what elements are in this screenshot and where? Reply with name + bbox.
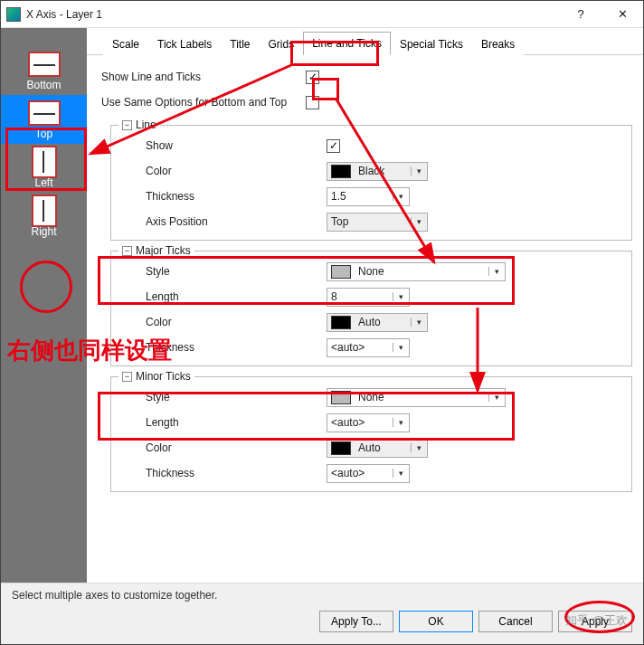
line-color-combo[interactable]: Black▾ xyxy=(327,162,428,181)
chevron-down-icon: ▾ xyxy=(411,166,427,175)
chevron-down-icon: ▾ xyxy=(488,393,505,402)
main-pane: Scale Tick Labels Title Grids Line and T… xyxy=(87,28,643,583)
style-swatch-icon xyxy=(331,391,351,404)
tab-special-ticks[interactable]: Special Ticks xyxy=(391,33,472,55)
titlebar: X Axis - Layer 1 ? ✕ xyxy=(1,1,643,28)
major-length-label: Length xyxy=(118,290,327,303)
minor-thickness-label: Thickness xyxy=(118,467,327,479)
line-color-label: Color xyxy=(118,165,327,177)
group-line: − Line Show Color Black▾ Thickness 1.5▾ … xyxy=(110,119,632,241)
tab-title[interactable]: Title xyxy=(221,33,259,55)
tab-grids[interactable]: Grids xyxy=(260,33,304,55)
group-major-legend[interactable]: − Major Ticks xyxy=(118,244,194,257)
tab-scale[interactable]: Scale xyxy=(103,33,148,55)
close-button[interactable]: ✕ xyxy=(601,1,643,28)
chevron-down-icon: ▾ xyxy=(393,292,409,301)
color-swatch-icon xyxy=(331,165,351,178)
chevron-down-icon: ▾ xyxy=(411,217,427,226)
collapse-icon[interactable]: − xyxy=(122,246,132,256)
group-minor-ticks: − Minor Ticks Style None▾ Length <auto>▾… xyxy=(110,370,632,492)
axis-item-label: Right xyxy=(31,225,56,238)
major-thickness-label: Thickness xyxy=(118,341,327,354)
group-major-ticks: − Major Ticks Style None▾ Length 8▾ Colo… xyxy=(110,244,632,366)
color-swatch-icon xyxy=(331,441,351,455)
major-thickness-combo[interactable]: <auto>▾ xyxy=(327,338,410,357)
cancel-button[interactable]: Cancel xyxy=(478,611,553,632)
apply-button[interactable]: Apply xyxy=(558,611,632,632)
color-swatch-icon xyxy=(331,316,351,329)
use-same-label: Use Same Options for Bottom and Top xyxy=(98,96,306,109)
chevron-down-icon: ▾ xyxy=(411,318,427,327)
minor-color-label: Color xyxy=(118,441,327,454)
axis-item-label: Bottom xyxy=(26,79,61,91)
use-same-checkbox[interactable] xyxy=(306,96,319,109)
major-color-combo[interactable]: Auto▾ xyxy=(327,313,428,332)
minor-thickness-combo[interactable]: <auto>▾ xyxy=(327,464,410,483)
axis-item-label: Top xyxy=(35,128,52,140)
dialog-window: X Axis - Layer 1 ? ✕ Bottom Top Left Rig… xyxy=(0,0,644,645)
tab-bar: Scale Tick Labels Title Grids Line and T… xyxy=(87,28,643,55)
axis-item-left[interactable]: Left xyxy=(1,144,87,193)
axis-icon xyxy=(32,194,57,227)
chevron-down-icon: ▾ xyxy=(393,343,409,352)
tab-line-and-ticks[interactable]: Line and Ticks xyxy=(303,32,391,55)
client-area: Bottom Top Left Right Scale Tick Labels … xyxy=(1,28,643,583)
apply-to-button[interactable]: Apply To... xyxy=(319,611,393,632)
footer-hint: Select multiple axes to customize togeth… xyxy=(12,589,632,602)
axis-icon xyxy=(28,100,61,126)
major-style-combo[interactable]: None▾ xyxy=(327,262,506,281)
minor-length-label: Length xyxy=(118,416,327,429)
collapse-icon[interactable]: − xyxy=(122,372,132,382)
ok-button[interactable]: OK xyxy=(399,611,473,632)
tab-tick-labels[interactable]: Tick Labels xyxy=(148,33,221,55)
chevron-down-icon: ▾ xyxy=(411,443,427,452)
line-thickness-combo[interactable]: 1.5▾ xyxy=(327,187,410,206)
axis-item-top[interactable]: Top xyxy=(1,95,87,144)
minor-style-label: Style xyxy=(118,391,327,403)
major-length-combo[interactable]: 8▾ xyxy=(327,288,410,307)
show-line-ticks-label: Show Line and Ticks xyxy=(98,71,306,83)
chevron-down-icon: ▾ xyxy=(393,192,409,201)
group-minor-legend[interactable]: − Minor Ticks xyxy=(118,370,194,383)
chevron-down-icon: ▾ xyxy=(393,418,409,427)
line-show-label: Show xyxy=(118,139,327,152)
minor-style-combo[interactable]: None▾ xyxy=(327,388,506,407)
form-area: Show Line and Ticks Use Same Options for… xyxy=(98,64,632,583)
axis-position-label: Axis Position xyxy=(118,215,327,228)
axis-item-right[interactable]: Right xyxy=(1,193,87,242)
minor-color-combo[interactable]: Auto▾ xyxy=(327,439,428,458)
help-button[interactable]: ? xyxy=(560,1,601,28)
group-line-legend[interactable]: − Line xyxy=(118,119,160,131)
major-style-label: Style xyxy=(118,265,327,278)
tab-breaks[interactable]: Breaks xyxy=(472,33,524,55)
show-line-ticks-checkbox[interactable] xyxy=(306,71,319,84)
collapse-icon[interactable]: − xyxy=(122,120,132,130)
axis-icon xyxy=(32,146,57,178)
chevron-down-icon: ▾ xyxy=(393,469,409,478)
axis-position-combo[interactable]: Top▾ xyxy=(327,213,428,232)
axis-side-list: Bottom Top Left Right xyxy=(1,28,87,583)
button-row: Apply To... OK Cancel Apply xyxy=(12,611,632,632)
app-icon xyxy=(6,7,21,22)
style-swatch-icon xyxy=(331,265,351,279)
chevron-down-icon: ▾ xyxy=(488,267,505,276)
footer: Select multiple axes to customize togeth… xyxy=(1,583,643,644)
window-title: X Axis - Layer 1 xyxy=(26,8,560,21)
line-show-checkbox[interactable] xyxy=(327,139,340,153)
axis-item-bottom[interactable]: Bottom xyxy=(1,46,87,95)
axis-icon xyxy=(28,52,61,77)
axis-item-label: Left xyxy=(34,176,52,189)
major-color-label: Color xyxy=(118,316,327,328)
line-thickness-label: Thickness xyxy=(118,190,327,203)
minor-length-combo[interactable]: <auto>▾ xyxy=(327,413,410,432)
